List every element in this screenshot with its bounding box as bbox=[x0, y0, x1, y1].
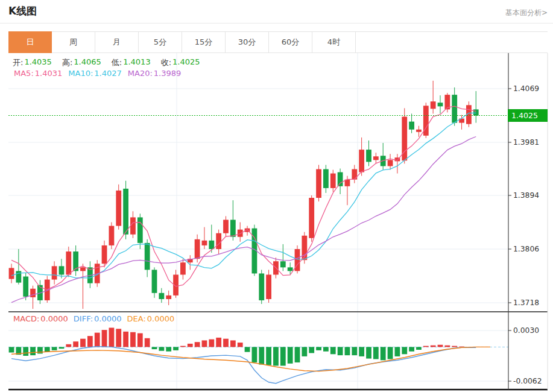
macd-bar bbox=[431, 346, 436, 347]
macd-bar bbox=[102, 330, 107, 347]
macd-bar bbox=[238, 343, 243, 347]
macd-bar bbox=[95, 333, 100, 347]
macd-bar bbox=[45, 347, 50, 352]
candle-body bbox=[130, 217, 136, 234]
diff-value: 0.0000 bbox=[94, 314, 122, 323]
candle-body bbox=[438, 103, 443, 106]
macd-bar bbox=[402, 347, 407, 354]
candle-body bbox=[409, 122, 414, 130]
macd-bar bbox=[188, 344, 193, 347]
macd-bar bbox=[66, 344, 71, 347]
macd-bar bbox=[280, 347, 286, 365]
macd-bar bbox=[116, 329, 121, 347]
macd-bar bbox=[123, 332, 128, 347]
candle-body bbox=[123, 189, 128, 235]
candle-body bbox=[288, 267, 293, 271]
candle-body bbox=[330, 174, 336, 188]
candle-body bbox=[102, 245, 107, 264]
macd-bar bbox=[273, 347, 279, 365]
macd-bar bbox=[373, 347, 379, 359]
candle-body bbox=[323, 169, 329, 188]
macd-bar bbox=[195, 342, 200, 347]
candle-body bbox=[195, 239, 200, 259]
y-axis-labels: 1.40691.39811.38941.38061.37180.0030-0.0… bbox=[508, 84, 542, 385]
macd-bar bbox=[145, 338, 150, 347]
candle-body bbox=[266, 274, 271, 299]
candle-body bbox=[338, 172, 343, 186]
macd-bar bbox=[137, 334, 143, 347]
candle-body bbox=[66, 251, 71, 274]
candle-body bbox=[202, 241, 207, 245]
macd-bar bbox=[452, 346, 457, 347]
macd-bar bbox=[80, 339, 86, 347]
candle-body bbox=[309, 198, 314, 238]
candle-body bbox=[373, 156, 379, 160]
candle-body bbox=[152, 270, 157, 292]
macd-bar bbox=[259, 347, 264, 364]
candle-body bbox=[209, 241, 214, 249]
candle-body bbox=[431, 101, 436, 109]
candle-body bbox=[216, 233, 221, 249]
y-axis-label: 0.0030 bbox=[513, 326, 539, 335]
macd-bar bbox=[245, 347, 250, 352]
current-price-tag-label: 1.4025 bbox=[511, 111, 538, 120]
current-price-tag: 1.4025 bbox=[508, 109, 548, 122]
macd-bar bbox=[230, 340, 236, 347]
macd-bar bbox=[266, 347, 271, 365]
candle-body bbox=[280, 261, 286, 267]
y-axis-label: 1.4069 bbox=[513, 84, 539, 93]
macd-bar bbox=[444, 346, 450, 347]
candle-body bbox=[452, 95, 457, 123]
macd-bar bbox=[423, 346, 429, 347]
macd-bar bbox=[409, 347, 414, 351]
dea-label: DEA: bbox=[127, 314, 146, 323]
close-label: 收: bbox=[161, 57, 171, 68]
macd-bar bbox=[9, 347, 14, 352]
macd-value: 0.0000 bbox=[40, 314, 68, 323]
candle-body bbox=[230, 220, 236, 236]
ma-readout: MA5:1.4031 MA10:1.4027 MA20:1.3989 bbox=[14, 69, 181, 78]
ma20-label: MA20: bbox=[128, 69, 153, 78]
macd-bar bbox=[416, 347, 422, 350]
candle-body bbox=[238, 230, 243, 237]
ma10-value: 1.4027 bbox=[94, 69, 122, 78]
candle-body bbox=[388, 160, 393, 166]
macd-bar bbox=[109, 327, 115, 347]
macd-bar bbox=[73, 341, 78, 347]
candle-body bbox=[223, 220, 229, 233]
ma5-value: 1.4031 bbox=[35, 69, 63, 78]
ohlc-readout: 开:1.4035 高:1.4065 低:1.4013 收:1.4025 bbox=[13, 57, 200, 68]
candle-body bbox=[23, 277, 28, 297]
close-value: 1.4025 bbox=[172, 57, 200, 68]
macd-bar bbox=[381, 347, 386, 360]
macd-bar bbox=[366, 347, 371, 358]
macd-bar bbox=[345, 347, 350, 355]
low-value: 1.4013 bbox=[123, 57, 151, 68]
macd-bar bbox=[302, 347, 307, 356]
macd-bar bbox=[359, 347, 364, 356]
y-axis-label: 1.3806 bbox=[513, 245, 539, 253]
candle-body bbox=[180, 262, 186, 274]
candle-body bbox=[416, 130, 422, 132]
y-axis-label: 1.3981 bbox=[513, 138, 539, 147]
macd-bar bbox=[288, 347, 293, 363]
macd-bar bbox=[309, 347, 314, 353]
macd-bar bbox=[330, 347, 336, 354]
ma5-label: MA5: bbox=[14, 69, 34, 78]
candle-body bbox=[316, 169, 321, 198]
macd-bar bbox=[52, 347, 57, 350]
macd-bar bbox=[438, 345, 443, 347]
candle-body bbox=[59, 266, 65, 274]
high-value: 1.4065 bbox=[74, 57, 101, 68]
dea-value: 0.0000 bbox=[147, 314, 175, 323]
candle-body bbox=[359, 150, 364, 172]
macd-readout: MACD:0.0000 DIFF:0.0000 DEA:0.0000 bbox=[13, 314, 174, 323]
macd-bar bbox=[252, 347, 258, 362]
macd-bar bbox=[152, 347, 157, 349]
macd-bar bbox=[23, 347, 28, 356]
dea-line bbox=[11, 347, 490, 371]
macd-bar bbox=[459, 346, 464, 347]
macd-bar bbox=[216, 338, 221, 347]
macd-bar bbox=[223, 339, 229, 347]
open-value: 1.4035 bbox=[24, 57, 52, 68]
